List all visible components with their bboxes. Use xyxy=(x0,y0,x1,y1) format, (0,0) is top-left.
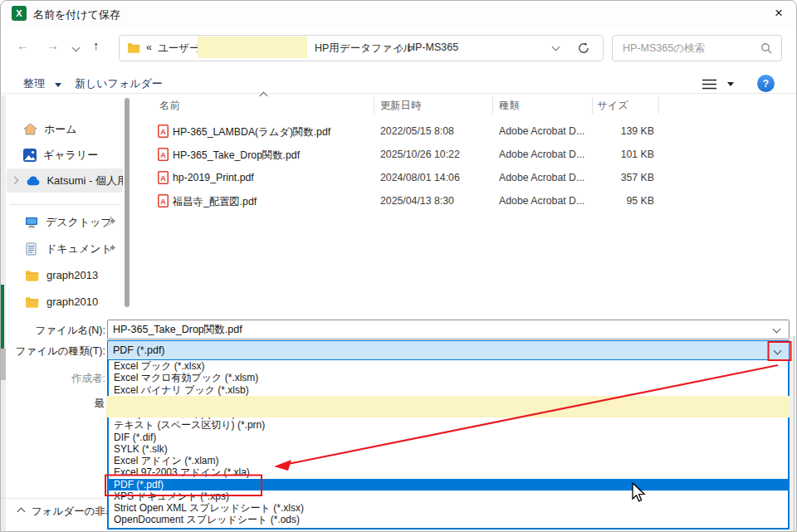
pin-icon xyxy=(107,217,116,227)
file-type-chevron-icon[interactable] xyxy=(774,347,782,355)
sidebar-scrollbar[interactable] xyxy=(125,98,130,307)
file-row[interactable]: A hp-2019_Print.pdf 2024/08/01 14:06 Ado… xyxy=(133,166,789,189)
recent-locations-chevron-icon[interactable] xyxy=(72,44,81,52)
column-header-type[interactable]: 種類 xyxy=(499,99,520,113)
organize-caret-icon xyxy=(55,83,61,87)
dropdown-item[interactable]: Excel 97-2003 アドイン (*.xla) xyxy=(109,466,788,478)
breadcrumb-collapsed[interactable]: « xyxy=(146,41,152,53)
dropdown-item[interactable]: XPS ドキュメント (*.xps) xyxy=(109,491,788,502)
svg-text:A: A xyxy=(160,128,166,136)
dropdown-item[interactable]: Excel バイナリ ブック (*.xlsb) xyxy=(109,384,788,396)
column-separator[interactable] xyxy=(658,97,659,114)
forward-icon[interactable]: → xyxy=(46,38,59,52)
organize-label: 整理 xyxy=(23,77,45,90)
window-title: 名前を付けて保存 xyxy=(33,7,120,22)
chevron-up-icon xyxy=(17,507,26,515)
dropdown-item[interactable]: テキスト (スペース区切り) (*.prn) xyxy=(109,419,788,431)
sidebar-item-label: ホーム xyxy=(44,122,77,137)
address-dropdown-chevron-icon[interactable] xyxy=(552,43,560,51)
svg-text:A: A xyxy=(160,174,166,183)
partial-label: 最 xyxy=(95,397,105,411)
svg-text:A: A xyxy=(160,198,166,206)
view-options-caret-icon[interactable] xyxy=(727,82,734,86)
dropdown-item[interactable]: Excel マクロ有効ブック (*.xlsm) xyxy=(109,372,788,383)
toolbar-separator xyxy=(0,93,797,94)
window-edge-shadow xyxy=(0,349,6,380)
file-name-input[interactable] xyxy=(107,320,790,339)
column-separator[interactable] xyxy=(492,97,493,114)
title-bar: X 名前を付けて保存 × xyxy=(0,0,797,27)
sidebar-item-documents[interactable]: ドキュメント xyxy=(7,237,123,261)
sidebar-item-gallery[interactable]: ギャラリー xyxy=(7,143,123,167)
sidebar-item-label: ギャラリー xyxy=(43,148,98,163)
sidebar-separator xyxy=(10,204,120,205)
file-row[interactable]: A HP-365_Take_Drop関数.pdf 2025/10/26 10:2… xyxy=(133,143,789,166)
view-options-icon[interactable] xyxy=(702,79,716,90)
search-icon xyxy=(760,42,772,54)
pdf-file-icon: A xyxy=(158,171,169,184)
file-type-dropdown-list[interactable]: Excel ブック (*.xlsx) Excel マクロ有効ブック (*.xls… xyxy=(107,360,790,530)
file-type-label: ファイルの種類(T): xyxy=(16,344,105,359)
file-size: 95 KB xyxy=(565,195,654,207)
sidebar-item-graph2010[interactable]: graph2010 xyxy=(7,290,123,314)
column-header-size[interactable]: サイズ xyxy=(597,99,628,113)
sidebar-item-label: graph2013 xyxy=(46,269,98,281)
new-folder-button[interactable]: 新しいフォルダー xyxy=(75,76,163,91)
svg-text:A: A xyxy=(160,151,166,159)
sidebar-item-home[interactable]: ホーム xyxy=(7,117,123,141)
folder-icon xyxy=(25,296,39,308)
file-date: 2024/08/01 14:06 xyxy=(380,172,460,183)
expand-chevron-icon[interactable] xyxy=(10,177,18,185)
dropdown-item[interactable]: OpenDocument スプレッドシート (*.ods) xyxy=(109,514,788,525)
file-name: HP-365_LAMBDA(ラムダ)関数.pdf xyxy=(173,125,330,139)
breadcrumb-current[interactable]: HP-MS365 xyxy=(408,41,458,53)
column-header-date[interactable]: 更新日時 xyxy=(380,99,421,113)
file-name-label: ファイル名(N): xyxy=(36,324,106,338)
sidebar-item-desktop[interactable]: デスクトップ xyxy=(7,210,123,234)
dropdown-item[interactable]: DIF (*.dif) xyxy=(109,432,788,443)
address-bar[interactable]: « ユーザー HP用データファイル HP-MS365 xyxy=(119,35,604,61)
pdf-file-icon: A xyxy=(158,124,169,138)
back-icon[interactable]: ← xyxy=(17,38,29,52)
file-row[interactable]: A HP-365_LAMBDA(ラムダ)関数.pdf 2022/05/15 8:… xyxy=(133,120,789,143)
window-edge-line xyxy=(794,336,795,532)
gallery-icon xyxy=(23,149,37,162)
search-input[interactable] xyxy=(621,39,757,57)
author-label: 作成者: xyxy=(71,372,105,386)
file-size: 101 KB xyxy=(565,149,654,160)
file-size: 357 KB xyxy=(565,172,654,183)
pdf-file-icon: A xyxy=(158,194,169,207)
redaction-block xyxy=(106,396,790,417)
column-header-name[interactable]: 名前 xyxy=(159,99,180,113)
file-type-combobox[interactable]: PDF (*.pdf) xyxy=(107,340,790,360)
file-name: hp-2019_Print.pdf xyxy=(173,172,254,183)
refresh-icon[interactable] xyxy=(577,41,590,55)
redaction-block xyxy=(198,37,307,58)
file-date: 2025/10/26 10:22 xyxy=(380,149,460,160)
sidebar-item-graph2013[interactable]: graph2013 xyxy=(7,263,123,287)
help-button[interactable]: ? xyxy=(757,75,775,92)
close-button[interactable]: × xyxy=(767,2,790,24)
column-separator[interactable] xyxy=(592,97,593,114)
up-icon[interactable]: ↑ xyxy=(93,38,100,52)
column-separator[interactable] xyxy=(374,97,374,114)
dropdown-item[interactable]: SYLK (*.slk) xyxy=(109,443,788,455)
search-box[interactable] xyxy=(612,35,782,61)
folder-icon xyxy=(25,270,39,281)
onedrive-icon xyxy=(26,176,41,186)
dropdown-item-selected-pdf[interactable]: PDF (*.pdf) xyxy=(109,479,788,491)
file-name: 福昌寺_配置図.pdf xyxy=(173,195,257,209)
excel-window-edge xyxy=(0,285,4,349)
sidebar-item-label: graph2010 xyxy=(46,295,98,308)
dropdown-item[interactable]: Strict Open XML スプレッドシート (*.xlsx) xyxy=(109,502,788,514)
dropdown-item[interactable]: Excel ブック (*.xlsx) xyxy=(109,360,788,372)
sidebar-item-onedrive[interactable]: Katsumi - 個人用 xyxy=(7,168,123,193)
file-row[interactable]: A 福昌寺_配置図.pdf 2025/04/13 8:30 Adobe Acro… xyxy=(133,189,789,212)
excel-app-icon: X xyxy=(12,6,27,21)
new-folder-label: 新しいフォルダー xyxy=(75,77,163,90)
dropdown-item[interactable]: Excel アドイン (*.xlam) xyxy=(109,455,788,466)
home-icon xyxy=(23,123,37,135)
file-name: HP-365_Take_Drop関数.pdf xyxy=(173,149,300,163)
sidebar-item-label: デスクトップ xyxy=(46,215,112,230)
organize-button[interactable]: 整理 xyxy=(23,76,45,91)
